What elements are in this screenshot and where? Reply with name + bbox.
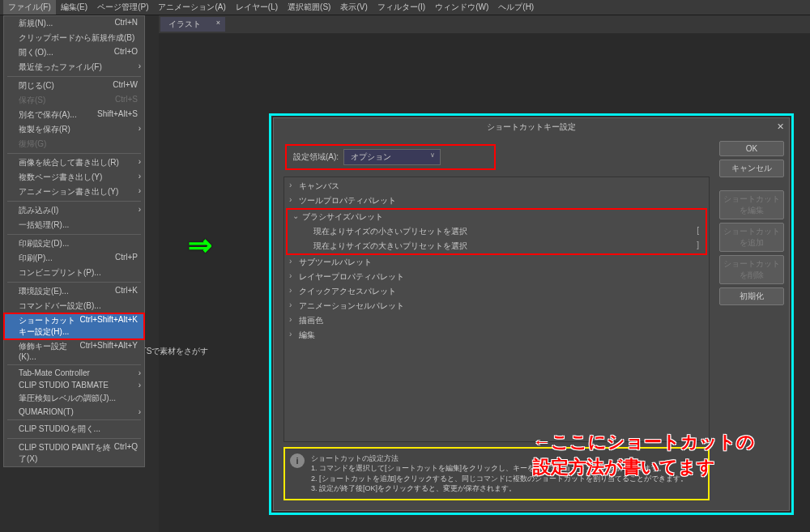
dialog-title: ショートカットキー設定 [487,121,576,133]
menu-item[interactable]: CLIP STUDIO PAINTを終了(X)Ctrl+Q [4,440,144,466]
tree-node[interactable]: ツールプロパティパレット [284,194,709,208]
shortcut-tree[interactable]: キャンバスツールプロパティパレットブラシサイズパレット現在よりサイズの小さいプリ… [284,177,710,442]
menu-item[interactable]: アニメーション書き出し(Y)› [4,185,144,199]
menu-item[interactable]: 別名で保存(A)...Shift+Alt+S [4,108,144,122]
menu-anim[interactable]: アニメーション(A) [153,0,230,15]
tab-label: イラスト [168,19,201,28]
tree-node[interactable]: 描画色 [284,313,709,328]
menu-item[interactable]: 保存(S)Ctrl+S [4,93,144,108]
menu-layer[interactable]: レイヤー(L) [231,0,283,15]
menu-help[interactable]: ヘルプ(H) [493,0,539,15]
info-icon: i [290,453,305,468]
init-button[interactable]: 初期化 [719,287,784,305]
menu-select[interactable]: 選択範囲(S) [283,0,335,15]
dialog-titlebar: ショートカットキー設定 ✕ [274,118,789,136]
help-line3: 3. 設定が終了後[OK]をクリックすると、変更が保存されます。 [311,483,688,494]
tree-node[interactable]: クイックアクセスパレット [284,284,709,299]
annotation-text: ←ここにショートカットの 設定方法が書いてます [533,430,755,480]
menu-bar: ファイル(F) 編集(E) ページ管理(P) アニメーション(A) レイヤー(L… [0,0,810,15]
document-tab[interactable]: イラスト × [160,17,225,32]
add-shortcut-button[interactable]: ショートカットを追加 [719,223,784,252]
menu-item[interactable]: 複製を保存(R)› [4,122,144,137]
annotation-arrow: ⇒ [188,228,212,262]
menu-item[interactable]: 環境設定(E)...Ctrl+K [4,284,144,299]
setting-area-select[interactable]: オプション [343,149,441,165]
menu-view[interactable]: 表示(V) [335,0,372,15]
setting-area-row: 設定領域(A): オプション [285,144,496,170]
menu-item[interactable]: 印刷設定(D)... [4,236,144,251]
tree-node[interactable]: キャンバス [284,179,709,194]
tree-node[interactable]: レイヤープロパティパレット [284,270,709,284]
menu-item[interactable]: Tab-Mate Controller› [4,367,144,379]
menu-item[interactable]: QUMARION(T)› [4,406,144,418]
tab-close-icon[interactable]: × [216,19,220,27]
dialog-close-icon[interactable]: ✕ [777,121,784,132]
edit-shortcut-button[interactable]: ショートカットを編集 [719,190,784,219]
tree-node[interactable]: アニメーションセルパレット [284,299,709,313]
menu-item[interactable]: 最近使ったファイル(F)› [4,60,144,74]
ok-button[interactable]: OK [719,141,784,156]
menu-edit[interactable]: 編集(E) [56,0,92,15]
menu-item[interactable]: 修飾キー設定(K)...Ctrl+Shift+Alt+Y [4,339,144,363]
tree-child[interactable]: 現在よりサイズの小さいプリセットを選択[ [288,224,706,239]
menu-item[interactable]: 印刷(P)...Ctrl+P [4,251,144,266]
menu-file[interactable]: ファイル(F) [3,0,56,15]
menu-item[interactable]: 開く(O)...Ctrl+O [4,45,144,60]
setting-area-label: 設定領域(A): [293,151,339,163]
cancel-button[interactable]: キャンセル [719,160,784,177]
tree-child[interactable]: 現在よりサイズの大きいプリセットを選択] [288,239,706,253]
menu-item[interactable]: コマンドバー設定(B)... [4,299,144,313]
menu-filter[interactable]: フィルター(I) [373,0,430,15]
tree-node[interactable]: サブツールパレット [284,255,709,270]
menu-item[interactable]: 一括処理(R)... [4,218,144,232]
menu-item[interactable]: 複数ページ書き出し(Y)› [4,170,144,185]
menu-item[interactable]: 筆圧検知レベルの調節(J)... [4,391,144,406]
menu-item[interactable]: ショートカットキー設定(H)...Ctrl+Shift+Alt+K [4,313,144,339]
tab-bar: イラスト × [159,15,810,33]
menu-item[interactable]: 閉じる(C)Ctrl+W [4,79,144,93]
file-dropdown: 新規(N)...Ctrl+Nクリップボードから新規作成(B)開く(O)...Ct… [3,15,145,467]
menu-item[interactable]: CLIP STUDIO TABMATE› [4,379,144,391]
tree-node[interactable]: 編集 [284,328,709,343]
delete-shortcut-button[interactable]: ショートカットを削除 [719,255,784,284]
menu-item[interactable]: 画像を統合して書き出し(R)› [4,155,144,170]
annotation-line1: ←ここにショートカットの [533,430,755,455]
tree-node[interactable]: ブラシサイズパレット [288,210,706,224]
menu-item[interactable]: 読み込み(I)› [4,203,144,218]
menu-item[interactable]: CLIP STUDIOを開く... [4,422,144,436]
menu-item[interactable]: クリップボードから新規作成(B) [4,31,144,45]
menu-item[interactable]: コンビニプリント(P)... [4,266,144,280]
menu-window[interactable]: ウィンドウ(W) [430,0,493,15]
menu-page[interactable]: ページ管理(P) [92,0,153,15]
annotation-line2: 設定方法が書いてます [533,455,755,480]
menu-item[interactable]: 新規(N)...Ctrl+N [4,16,144,31]
menu-item[interactable]: 復帰(G) [4,137,144,151]
